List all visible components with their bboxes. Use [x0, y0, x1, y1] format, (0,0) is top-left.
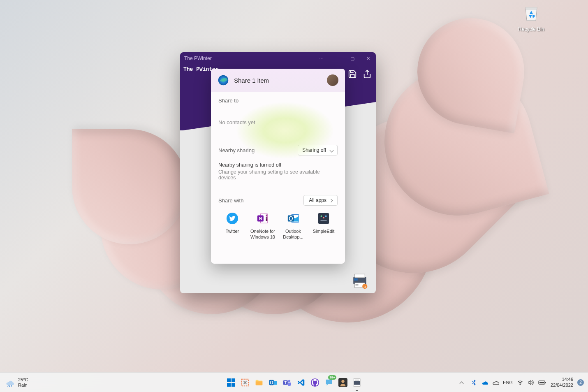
- chevron-down-icon: [330, 147, 333, 153]
- close-button[interactable]: ✕: [360, 52, 376, 65]
- weather-temp: 25°C: [18, 377, 28, 383]
- notification-badge[interactable]: 2: [577, 379, 584, 386]
- app-label: OneNote for Windows 10: [249, 229, 277, 240]
- save-icon[interactable]: [348, 70, 357, 79]
- app-window: The PWinter ⋯ ― ▢ ✕ The PWinter 3 Shar: [180, 52, 376, 293]
- github-icon: [310, 378, 319, 387]
- badge-99: 99+: [328, 375, 336, 380]
- weather-icon: [5, 378, 15, 387]
- share-app-outlook[interactable]: Outlook Desktop...: [279, 211, 307, 242]
- taskbar-clock[interactable]: 14:46 22/04/2022: [551, 377, 573, 387]
- taskbar-file-explorer[interactable]: [253, 377, 265, 388]
- onedrive-icon[interactable]: [482, 379, 488, 386]
- recycle-bin-icon: [521, 3, 541, 23]
- divider: [218, 189, 338, 189]
- recycle-bin-label: Recycle Bin: [516, 26, 547, 32]
- share-app-twitter[interactable]: Twitter: [218, 211, 246, 242]
- taskbar-snipping-tool[interactable]: [239, 377, 251, 388]
- user-avatar[interactable]: [327, 74, 338, 86]
- maximize-button[interactable]: ▢: [345, 52, 360, 65]
- svg-rect-38: [545, 382, 546, 383]
- battery-icon[interactable]: [538, 379, 546, 386]
- onenote-icon: N: [257, 212, 269, 225]
- vscode-icon: [296, 378, 306, 387]
- weather-widget[interactable]: 25°C Rain: [0, 377, 28, 387]
- share-app-onenote[interactable]: N OneNote for Windows 10: [249, 211, 277, 242]
- chevron-right-icon: [330, 197, 332, 203]
- svg-point-19: [323, 217, 324, 218]
- folder-icon: [255, 378, 264, 387]
- weather-condition: Rain: [18, 383, 28, 388]
- edge-icon: [218, 74, 229, 86]
- taskbar-outlook[interactable]: [267, 377, 279, 388]
- wifi-icon[interactable]: [517, 379, 523, 386]
- svg-rect-11: [266, 219, 268, 221]
- nearby-sharing-dropdown[interactable]: Sharing off: [298, 145, 338, 155]
- app-label: Outlook Desktop...: [279, 229, 307, 240]
- volume-icon[interactable]: [528, 379, 534, 386]
- app-label: SimpleEdit: [310, 229, 338, 234]
- taskbar-app-messages[interactable]: 99+: [323, 377, 335, 388]
- divider: [218, 138, 338, 138]
- svg-rect-36: [355, 379, 359, 381]
- svg-text:N: N: [259, 216, 262, 221]
- svg-rect-21: [227, 378, 231, 382]
- svg-rect-35: [354, 381, 360, 385]
- svg-rect-9: [266, 215, 268, 217]
- language-indicator[interactable]: ENG: [503, 380, 513, 385]
- share-app-simpleedit[interactable]: SimpleEdit: [310, 211, 338, 242]
- windows-icon: [226, 378, 236, 387]
- tray-overflow-button[interactable]: [460, 379, 467, 386]
- simpleedit-icon: [317, 212, 330, 225]
- printer-logo-icon: 3: [351, 272, 368, 289]
- svg-rect-22: [231, 378, 235, 382]
- cloud-icon[interactable]: [492, 379, 499, 386]
- window-title: The PWinter: [184, 56, 212, 61]
- svg-rect-24: [231, 383, 235, 387]
- minimize-button[interactable]: ―: [329, 52, 345, 65]
- taskbar-github[interactable]: [309, 377, 321, 388]
- svg-rect-1: [355, 274, 365, 278]
- outlook-icon: [287, 212, 299, 225]
- outlook-icon: [269, 378, 278, 387]
- taskbar: 25°C Rain T 99+ ENG 14:46 22/04/2022 2: [0, 372, 588, 392]
- svg-rect-39: [539, 382, 544, 383]
- bluetooth-icon[interactable]: [471, 379, 477, 386]
- dropdown-value: Sharing off: [302, 147, 326, 153]
- svg-rect-3: [354, 278, 358, 281]
- twitter-icon: [226, 212, 238, 225]
- svg-text:T: T: [285, 380, 287, 384]
- svg-rect-23: [227, 383, 231, 387]
- clock-date: 22/04/2022: [551, 383, 573, 388]
- nearby-sharing-label: Nearby sharing: [218, 147, 255, 153]
- share-to-label: Share to: [218, 97, 338, 104]
- svg-point-30: [288, 380, 291, 382]
- share-panel-title: Share 1 item: [234, 77, 322, 84]
- pwinter-icon: [352, 378, 361, 387]
- window-titlebar[interactable]: The PWinter ⋯ ― ▢ ✕: [180, 52, 376, 65]
- share-with-label: Share with: [218, 197, 243, 204]
- nearby-off-message: Nearby sharing is turned off: [218, 162, 338, 168]
- taskbar-teams[interactable]: T: [281, 377, 293, 388]
- all-apps-button[interactable]: All apps: [303, 195, 338, 206]
- share-panel-header: Share 1 item: [211, 69, 345, 92]
- svg-rect-26: [269, 380, 274, 385]
- share-icon[interactable]: [363, 70, 372, 79]
- user-app-icon: [338, 378, 347, 387]
- taskbar-app-user[interactable]: [337, 377, 349, 388]
- share-panel: Share 1 item Share to No contacts yet Ne…: [211, 69, 345, 264]
- no-contacts-text: No contacts yet: [218, 119, 338, 125]
- taskbar-vscode[interactable]: [295, 377, 307, 388]
- teams-icon: T: [282, 378, 292, 387]
- recycle-bin-desktop-icon[interactable]: Recycle Bin: [516, 3, 547, 32]
- svg-text:3: 3: [364, 285, 366, 289]
- start-button[interactable]: [225, 377, 237, 388]
- svg-rect-10: [266, 217, 268, 219]
- taskbar-app-pwinter[interactable]: [351, 377, 363, 388]
- app-label: Twitter: [218, 229, 246, 234]
- clock-time: 14:46: [551, 377, 573, 382]
- svg-point-33: [341, 380, 344, 383]
- svg-point-20: [325, 216, 327, 217]
- more-button[interactable]: ⋯: [313, 52, 329, 65]
- svg-point-18: [321, 216, 322, 217]
